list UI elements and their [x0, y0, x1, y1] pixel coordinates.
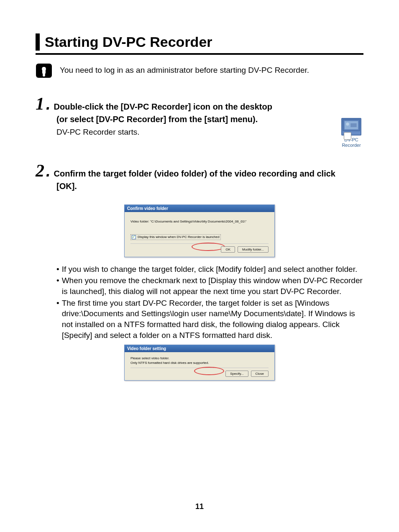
step-1-sub: DV-PC Recorder starts. [56, 128, 363, 137]
caution-icon [36, 63, 52, 78]
highlight-circle-icon [192, 243, 225, 251]
bullet-1: • If you wish to change the target folde… [56, 264, 363, 275]
step-1-line1: Double-click the [DV-PC Recorder] icon o… [54, 101, 363, 113]
page-title: Starting DV-PC Recorder [45, 33, 363, 51]
dialog-1-wrapper: Confirm video folder Video folder: "C:\D… [36, 205, 363, 257]
svg-rect-11 [350, 123, 356, 127]
dialog-2-line2: Only NTFS formatted hard disk drives are… [130, 361, 269, 365]
desktop-shortcut-icon[interactable]: DV-PC Recorder [337, 118, 366, 148]
step-2-number: 2 [36, 162, 44, 179]
bullet-3: • The first time you start DV-PC Recorde… [56, 298, 363, 341]
dialog-1-checkbox-row[interactable]: ✓ Display this window when DV-PC Recorde… [130, 234, 221, 240]
title-section: Starting DV-PC Recorder [36, 33, 363, 51]
step-2-line2: [OK]. [56, 180, 363, 192]
confirm-video-folder-dialog: Confirm video folder Video folder: "C:\D… [124, 205, 275, 257]
svg-point-6 [43, 74, 45, 77]
svg-rect-7 [43, 67, 45, 72]
bullet-2: • When you remove the checkmark next to … [56, 275, 363, 297]
step-1-number: 1 [36, 95, 44, 113]
step-dot: . [46, 96, 51, 112]
bullet-2-text: When you remove the checkmark next to [D… [62, 275, 363, 297]
bullet-dot-icon: • [56, 264, 59, 275]
dvpc-recorder-icon [341, 118, 361, 136]
bullet-list: • If you wish to change the target folde… [56, 264, 363, 340]
dialog-2-title: Video folder setting [125, 345, 274, 352]
highlight-circle-icon [194, 367, 224, 375]
specify-button[interactable]: Specify... [225, 371, 248, 377]
bullet-dot-icon: • [56, 298, 59, 341]
step-1-line2: (or select [DV-PC Recorder] from the [st… [56, 113, 363, 125]
step-dot: . [46, 163, 51, 179]
dialog-2-wrapper: Video folder setting Please select video… [36, 345, 363, 381]
caution-text: You need to log in as an administrator b… [60, 63, 309, 76]
video-folder-setting-dialog: Video folder setting Please select video… [124, 345, 275, 381]
dialog-2-line1: Please select video folder. [130, 356, 269, 361]
dialog-1-title: Confirm video folder [125, 205, 274, 212]
dialog-1-checkbox-label: Display this window when DV-PC Recorder … [138, 235, 220, 239]
close-button[interactable]: Close [251, 371, 269, 377]
desktop-icon-label: DV-PC Recorder [337, 137, 366, 148]
dialog-1-body: Video folder: "C:\Documents and Settings… [130, 220, 269, 223]
step-2: 2 . Confirm the target folder (video fol… [36, 162, 363, 192]
caution-block: You need to log in as an administrator b… [36, 63, 363, 78]
svg-point-10 [346, 123, 349, 125]
step-1: 1 . Double-click the [DV-PC Recorder] ic… [36, 95, 363, 137]
step-2-line1: Confirm the target folder (video folder)… [54, 168, 363, 179]
bullet-dot-icon: • [56, 275, 59, 297]
page-number: 11 [0, 502, 399, 511]
bullet-3-text: The first time you start DV-PC Recorder,… [62, 298, 363, 341]
title-underline [36, 53, 363, 55]
bullet-1-text: If you wish to change the target folder,… [62, 264, 363, 275]
checkbox-icon: ✓ [132, 235, 136, 239]
ok-button[interactable]: OK [221, 246, 235, 253]
modify-folder-button[interactable]: Modify folder... [238, 246, 269, 253]
